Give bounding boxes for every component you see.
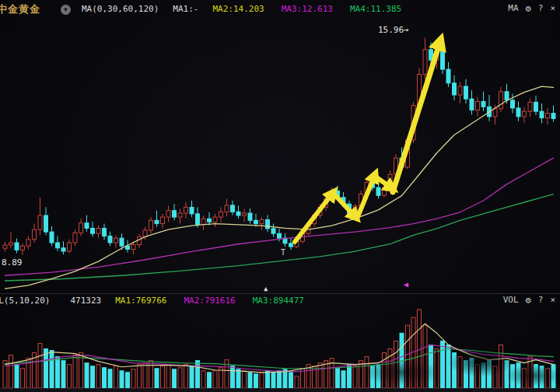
ma3-value: MA3:12.613 (282, 4, 333, 15)
pane-label-ma: MA (508, 3, 518, 14)
volume-pane-header: VOL(5,10,20) 471323 MA1:769766 MA2:79161… (0, 295, 560, 307)
ma-indicator-label[interactable]: MA(0,30,60,120) (82, 4, 159, 15)
vol-ma3-value: MA3:894477 (253, 296, 304, 306)
vol-current-value: 471323 (70, 296, 101, 306)
volume-pane-tools: VOL ⚙ ? × (503, 295, 555, 306)
chevron-down-icon[interactable]: ▼ (61, 5, 71, 15)
ma2-value: MA2:14.203 (212, 4, 264, 15)
candlestick-chart-canvas[interactable] (0, 0, 560, 392)
vol-ma1-value: MA1:769766 (115, 296, 166, 306)
help-icon[interactable]: ? (538, 3, 544, 14)
vol-indicator-label[interactable]: VOL(5,10,20) (0, 296, 50, 306)
bottom-strip (0, 389, 560, 392)
ma1-value: MA1:- (173, 4, 198, 15)
help-icon[interactable]: ? (538, 295, 544, 306)
gear-icon[interactable]: ⚙ (526, 3, 531, 14)
drawn-arrows (295, 41, 440, 242)
left-price-label: 8.89 (2, 257, 23, 268)
pink-left-triangle-marker: ◀ (404, 280, 408, 289)
pane-label-vol: VOL (503, 295, 519, 306)
ma4-value: MA4:11.385 (350, 4, 401, 15)
t-marker: T (281, 248, 285, 257)
main-pane-tools: MA ⚙ ? × (508, 3, 555, 14)
stock-chart-window: 中金黄金 ▼ MA(0,30,60,120) MA1:- MA2:14.203 … (0, 0, 560, 392)
vol-ma2-value: MA2:791616 (184, 296, 235, 306)
stock-symbol[interactable]: 中金黄金 (0, 4, 40, 15)
peak-price-annotation: 15.96→ (378, 25, 409, 35)
pane-expand-arrow-icon[interactable]: ▲ (264, 285, 268, 292)
gear-icon[interactable]: ⚙ (526, 295, 531, 306)
volume-pane (0, 310, 560, 389)
close-icon[interactable]: × (550, 3, 555, 14)
close-icon[interactable]: × (550, 295, 555, 306)
main-pane-header: 中金黄金 ▼ MA(0,30,60,120) MA1:- MA2:14.203 … (0, 3, 560, 16)
main-price-pane (3, 38, 555, 289)
pane-divider[interactable] (0, 293, 560, 294)
